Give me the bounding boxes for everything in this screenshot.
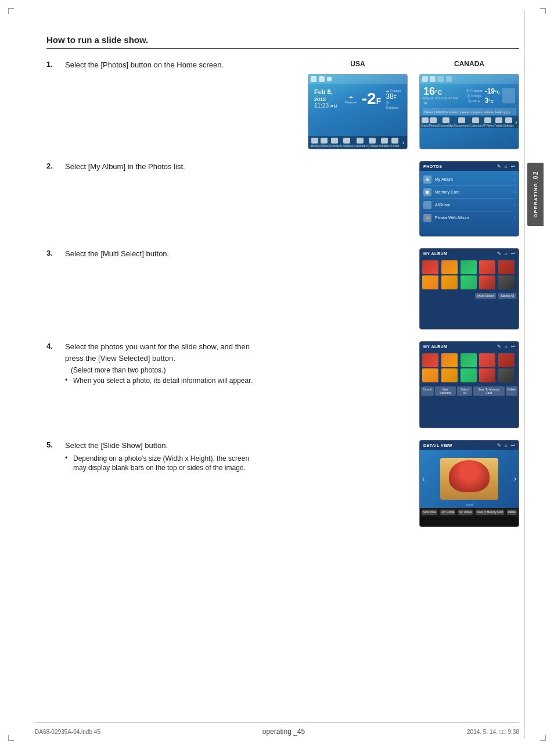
cancel-btn-4[interactable]: Cancel: [421, 386, 434, 396]
photos-myalbum-item[interactable]: ⊞ My Album ›: [423, 173, 515, 186]
detail-next-arrow[interactable]: ›: [514, 475, 516, 483]
thumb-4-10[interactable]: [498, 368, 515, 382]
nav-photos[interactable]: Photos: [319, 138, 329, 148]
nav-expiration[interactable]: Expiration: [340, 138, 353, 148]
ca-nav-sys[interactable]: Systemtools: [454, 117, 470, 127]
thumb-4-5[interactable]: [498, 353, 515, 367]
ca-nav-twitter[interactable]: Twitter: [494, 117, 503, 127]
save-to-memcard-btn[interactable]: Save To Memory Card: [473, 386, 505, 396]
myalbum-arrow: ›: [514, 177, 515, 181]
ca-photos-icon: [430, 117, 437, 123]
ca-nav-home[interactable]: Menu: [421, 117, 429, 127]
photos-memcard-item[interactable]: ▣ Memory Card ›: [423, 186, 515, 199]
thumb-2[interactable]: [441, 260, 458, 274]
photos-allshare-item[interactable]: ⊙ AllShare ›: [423, 199, 515, 212]
ca-ap-icon: [484, 117, 491, 123]
thumb-4-1[interactable]: [422, 353, 438, 367]
album-edit-icon-4[interactable]: ✎: [497, 344, 501, 349]
album-home-icon-4[interactable]: ⌂: [503, 344, 508, 349]
rotate-cw-btn[interactable]: 90° Rotate: [458, 510, 473, 515]
thumb-4-9[interactable]: [479, 368, 495, 382]
thumb-4-6[interactable]: [422, 368, 438, 382]
nav-home[interactable]: Home: [311, 138, 319, 148]
ca-nav-settings[interactable]: Settings: [503, 117, 514, 127]
ca-nav-grocery[interactable]: GroceryMgr: [438, 117, 454, 127]
thumb-4-2[interactable]: [441, 353, 458, 367]
step-4-left: 4. Select the photos you want for the sl…: [46, 341, 267, 402]
detail-back-icon[interactable]: ↩: [510, 443, 515, 447]
usa-date-time: Feb 8, 2012 11:23 AM: [314, 88, 345, 109]
step-5-screenshot: DETAIL VIEW ✎ ⌂ ↩ ‹ › 1/10: [267, 440, 519, 527]
photos-back-icon[interactable]: ↩: [510, 164, 515, 169]
usa-label: USA: [350, 60, 365, 68]
photos-edit-icon[interactable]: ✎: [497, 164, 501, 169]
album-home-icon-3[interactable]: ⌂: [503, 251, 508, 256]
album-title-4: MY ALBUM: [423, 345, 447, 349]
canada-freezer: ⓪ Freezer ⓪ Bridge ⓪ Wine: [466, 88, 482, 104]
nav-grocery[interactable]: Grocery: [329, 138, 340, 148]
next-arrow-icon: ›: [402, 139, 404, 146]
photos-screen-header: PHOTOS ✎ ⌂ ↩: [420, 162, 519, 171]
ca-nav-next[interactable]: ›: [515, 119, 517, 126]
thumb-4-7[interactable]: [441, 368, 458, 382]
ca-twitter-icon: [495, 117, 502, 123]
save-to-memcard-btn-d[interactable]: Save To Memory Card: [476, 510, 504, 515]
step-3-screenshot: MY ALBUM ✎ ⌂ ↩: [267, 248, 519, 329]
ca-nav-photos[interactable]: Photos: [429, 117, 438, 127]
photos-picasa-item[interactable]: ◉ Picasa Web Album ›: [423, 212, 515, 224]
nav-calendar[interactable]: Calendar: [354, 138, 366, 148]
album-screen-step3: MY ALBUM ✎ ⌂ ↩: [419, 248, 519, 329]
nav-next[interactable]: ›: [402, 139, 404, 146]
detail-home-icon[interactable]: ⌂: [503, 443, 508, 447]
thumb-7[interactable]: [441, 275, 458, 289]
thumb-4[interactable]: [479, 260, 495, 274]
nav-pandora[interactable]: Pandora: [379, 138, 390, 148]
delete-btn-d[interactable]: Delete: [507, 510, 517, 515]
multi-select-btn[interactable]: Multi Select: [475, 293, 496, 299]
memcard-arrow: ›: [514, 190, 515, 194]
select-all-btn-3[interactable]: Select All: [498, 293, 516, 299]
delete-btn-4[interactable]: Delete: [506, 386, 517, 396]
signal-icon: [319, 76, 325, 82]
select-all-btn-4[interactable]: Select All: [457, 386, 472, 396]
detail-edit-icon[interactable]: ✎: [497, 443, 501, 447]
album-back-icon-4[interactable]: ↩: [510, 344, 515, 349]
step-5-bullet: • Depending on a photo's size (Width x H…: [65, 454, 256, 474]
slideshow-btn[interactable]: Slide Show: [422, 510, 437, 515]
ca-home-icon: [422, 117, 429, 123]
usa-temps: ☁ Freezer -2F ☁ Freeze 38F ⓪ Subtract: [345, 88, 401, 109]
expiration-icon: [343, 138, 350, 144]
usa-top-bar: [308, 74, 407, 84]
thumb-10[interactable]: [498, 275, 515, 289]
rotate-ccw-btn[interactable]: -90° Rotate: [440, 510, 456, 515]
view-selected-btn[interactable]: View Selected: [435, 386, 456, 396]
album-edit-icon-3[interactable]: ✎: [497, 251, 501, 256]
canada-label: CANADA: [454, 60, 484, 68]
footer-file: DA68-02935A-04.indb 45: [35, 729, 100, 735]
nav-twitter[interactable]: Twitter: [391, 138, 400, 148]
album-back-icon-3[interactable]: ↩: [510, 251, 515, 256]
thumb-4-8[interactable]: [461, 368, 477, 382]
thumb-4-4[interactable]: [479, 353, 495, 367]
ca-nav-ap[interactable]: AP News: [482, 117, 494, 127]
thumb-4-3[interactable]: [461, 353, 477, 367]
detail-image-area: ‹ › 1/10: [420, 450, 519, 508]
photos-home-icon[interactable]: ⌂: [503, 164, 508, 169]
thumb-1[interactable]: [422, 260, 438, 274]
thumb-6[interactable]: [422, 275, 438, 289]
thumb-9[interactable]: [479, 275, 495, 289]
thumb-5[interactable]: [498, 260, 515, 274]
ca-nav-cal[interactable]: Calendar: [470, 117, 481, 127]
detail-prev-arrow[interactable]: ‹: [422, 475, 425, 483]
thumb-3[interactable]: [461, 260, 477, 274]
thumb-8[interactable]: [461, 275, 477, 289]
picasa-icon: ◉: [423, 214, 431, 222]
memcard-label: Memory Card: [435, 190, 514, 194]
nav-apnews[interactable]: AP News: [366, 138, 378, 148]
album-bottom-bar-4: Cancel View Selected Select All Save To …: [420, 385, 519, 397]
step-5-row: 5. Select the [Slide Show] button. • Dep…: [46, 440, 519, 527]
memcard-icon: ▣: [423, 188, 431, 196]
step-5-content: Select the [Slide Show] button. • Depend…: [65, 440, 256, 473]
ca-next-icon: ›: [515, 119, 517, 126]
step-3-number: 3.: [46, 248, 65, 257]
